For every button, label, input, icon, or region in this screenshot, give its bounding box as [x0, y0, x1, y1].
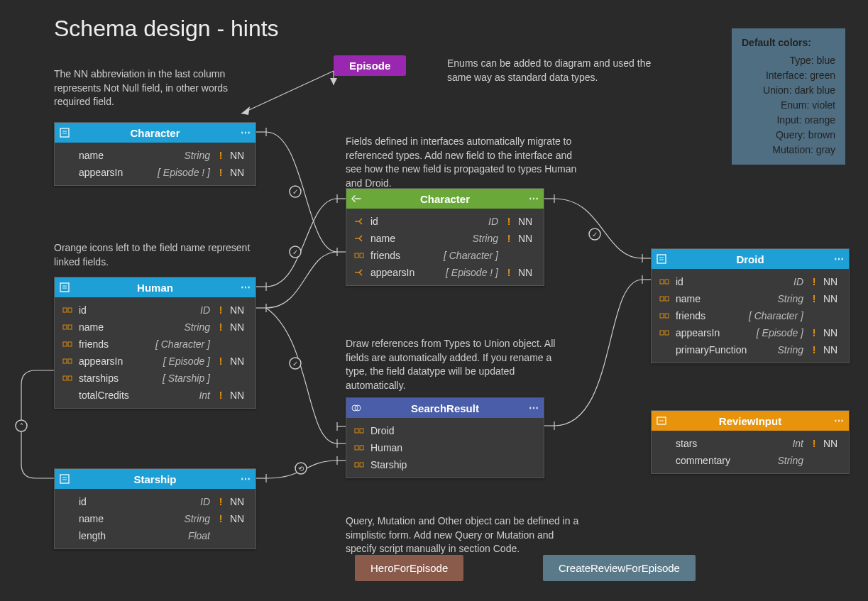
entity-header[interactable]: SearchResult ⋯ — [346, 398, 544, 418]
entity-menu-icon[interactable]: ⋯ — [834, 253, 845, 265]
field-row: Droid — [346, 422, 544, 439]
legend-row: Enum: violet — [742, 98, 835, 113]
svg-rect-5 — [60, 283, 69, 292]
create-review-button[interactable]: CreateReviewForEpisode — [543, 555, 696, 581]
type-icon — [59, 127, 70, 138]
legend-panel: Default colors: Type: blue Interface: gr… — [732, 28, 845, 165]
entity-header[interactable]: Character ⋯ — [55, 123, 256, 143]
svg-rect-14 — [63, 359, 67, 363]
svg-rect-33 — [665, 280, 669, 284]
hint-union: Draw references from Types to Union obje… — [346, 337, 566, 392]
svg-rect-18 — [60, 475, 69, 483]
field-row: lengthFloat — [55, 527, 256, 544]
interface-icon — [351, 193, 362, 204]
svg-rect-9 — [68, 308, 72, 312]
svg-rect-11 — [68, 325, 72, 329]
entity-character-interface[interactable]: Character ⋯ idID!NN nameString!NN friend… — [346, 188, 544, 286]
svg-rect-36 — [660, 314, 664, 318]
link-icon — [353, 459, 365, 470]
entity-title: Character — [130, 127, 180, 139]
svg-text:✓: ✓ — [292, 360, 298, 368]
field-row: idID!NN — [346, 213, 544, 230]
entity-header[interactable]: Starship ⋯ — [55, 469, 256, 489]
svg-rect-4 — [360, 253, 363, 258]
entity-header[interactable]: ReviewInput ⋯ — [652, 411, 849, 431]
svg-rect-37 — [665, 314, 669, 318]
entity-title: SearchResult — [411, 402, 479, 414]
entity-starship[interactable]: Starship ⋯ idID!NN nameString!NN lengthF… — [54, 468, 256, 549]
svg-rect-32 — [660, 280, 664, 284]
legend-row: Interface: green — [742, 68, 835, 83]
type-icon — [656, 253, 667, 265]
hero-for-episode-button[interactable]: HeroForEpisode — [355, 555, 463, 581]
type-icon — [59, 473, 70, 485]
link-icon — [353, 250, 365, 261]
link-icon — [659, 327, 670, 338]
entity-searchresult[interactable]: SearchResult ⋯ Droid Human Starship — [346, 397, 544, 478]
page-title: Schema design - hints — [54, 16, 279, 42]
field-row: idID!NN — [55, 493, 256, 510]
svg-point-52 — [290, 246, 301, 258]
svg-rect-26 — [360, 446, 363, 450]
field-row: appearsIn[ Episode ! ]!NN — [346, 264, 544, 281]
entity-character-type[interactable]: Character ⋯ nameString!NN appearsIn[ Epi… — [54, 122, 256, 186]
field-row: appearsIn[ Episode ! ]!NN — [55, 164, 256, 181]
entity-menu-icon[interactable]: ⋯ — [241, 282, 251, 293]
link-icon — [353, 233, 365, 244]
svg-rect-24 — [360, 429, 363, 433]
link-icon — [62, 304, 73, 316]
field-row: friends[ Character ] — [346, 247, 544, 264]
field-row: Starship — [346, 456, 544, 473]
entity-header[interactable]: Human ⋯ — [55, 277, 256, 297]
svg-point-54 — [290, 358, 301, 369]
entity-human[interactable]: Human ⋯ idID!NN nameString!NN friends[ C… — [54, 277, 256, 409]
legend-row: Input: orange — [742, 113, 835, 128]
svg-rect-15 — [68, 359, 72, 363]
hint-linked: Orange icons left to the field name repr… — [54, 241, 260, 269]
svg-point-60 — [16, 420, 27, 431]
entity-menu-icon[interactable]: ⋯ — [241, 473, 251, 485]
entity-menu-icon[interactable]: ⋯ — [834, 415, 845, 426]
svg-rect-17 — [68, 376, 72, 380]
enum-episode[interactable]: Episode — [334, 55, 406, 76]
legend-row: Union: dark blue — [742, 83, 835, 98]
link-icon — [659, 293, 670, 304]
union-icon — [351, 402, 362, 414]
field-row: commentaryString — [652, 452, 849, 469]
field-row: nameString!NN — [55, 510, 256, 527]
svg-rect-10 — [63, 325, 67, 329]
entity-reviewinput[interactable]: ReviewInput ⋯ starsInt!NN commentaryStri… — [651, 410, 850, 474]
svg-rect-0 — [60, 128, 69, 137]
input-icon — [656, 415, 667, 426]
field-row: nameString!NN — [346, 230, 544, 247]
hint-interface: Fields defined in interfaces automatical… — [346, 135, 580, 190]
entity-title: Droid — [736, 253, 764, 265]
link-icon — [62, 338, 73, 350]
field-row: nameString!NN — [55, 147, 256, 164]
svg-text:✓: ✓ — [292, 248, 298, 256]
entity-title: Starship — [133, 473, 176, 485]
link-icon — [62, 355, 73, 367]
entity-menu-icon[interactable]: ⋯ — [241, 127, 251, 138]
entity-header[interactable]: Character ⋯ — [346, 189, 544, 209]
svg-point-66 — [589, 228, 600, 240]
svg-rect-25 — [355, 446, 358, 450]
entity-menu-icon[interactable]: ⋯ — [529, 193, 539, 204]
type-icon — [59, 282, 70, 293]
entity-droid[interactable]: Droid ⋯ idID!NN nameString!NN friends[ C… — [651, 248, 850, 363]
hint-enum: Enums can be added to diagram and used t… — [447, 57, 660, 84]
field-row: idID!NN — [55, 302, 256, 319]
svg-rect-13 — [68, 342, 72, 346]
field-row: nameString!NN — [55, 319, 256, 336]
entity-header[interactable]: Droid ⋯ — [652, 249, 849, 269]
legend-row: Type: blue — [742, 53, 835, 68]
svg-text:✓: ✓ — [292, 188, 298, 196]
entity-title: Character — [420, 193, 470, 205]
entity-menu-icon[interactable]: ⋯ — [529, 402, 539, 414]
link-icon — [353, 425, 365, 436]
svg-rect-29 — [657, 255, 666, 263]
svg-rect-27 — [355, 463, 358, 467]
svg-rect-8 — [63, 308, 67, 312]
field-row: primaryFunctionString!NN — [652, 341, 849, 358]
svg-marker-43 — [330, 78, 337, 85]
